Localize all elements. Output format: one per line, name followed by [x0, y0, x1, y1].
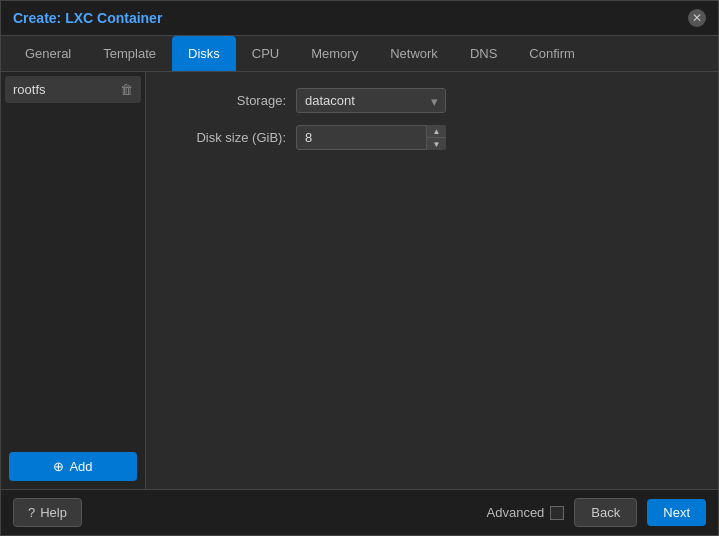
main-content: rootfs 🗑 ⊕ Add Storage: datacont local: [1, 72, 718, 489]
back-button[interactable]: Back: [574, 498, 637, 527]
left-panel-bottom: ⊕ Add: [5, 448, 141, 485]
disk-list-panel: rootfs 🗑 ⊕ Add: [1, 72, 146, 489]
close-button[interactable]: ✕: [688, 9, 706, 27]
spinner-down-button[interactable]: ▼: [427, 137, 446, 150]
close-icon: ✕: [692, 11, 702, 25]
storage-select-wrapper: datacont local local-lvm: [296, 88, 446, 113]
tab-network[interactable]: Network: [374, 36, 454, 71]
add-label: Add: [69, 459, 92, 474]
storage-label: Storage:: [166, 93, 286, 108]
disk-size-label: Disk size (GiB):: [166, 130, 286, 145]
footer: ? Help Advanced Back Next: [1, 489, 718, 535]
help-icon: ?: [28, 505, 35, 520]
advanced-label[interactable]: Advanced: [487, 505, 565, 520]
tab-memory[interactable]: Memory: [295, 36, 374, 71]
footer-left: ? Help: [13, 498, 82, 527]
tab-disks[interactable]: Disks: [172, 36, 236, 71]
tab-template[interactable]: Template: [87, 36, 172, 71]
disk-size-row: Disk size (GiB): ▲ ▼: [166, 125, 698, 150]
spinner-arrows: ▲ ▼: [426, 125, 446, 150]
tab-confirm[interactable]: Confirm: [513, 36, 591, 71]
disk-item-label: rootfs: [13, 82, 46, 97]
window-title: Create: LXC Container: [13, 10, 162, 26]
advanced-text: Advanced: [487, 505, 545, 520]
titlebar: Create: LXC Container ✕: [1, 1, 718, 36]
tab-general[interactable]: General: [9, 36, 87, 71]
spinner-up-button[interactable]: ▲: [427, 125, 446, 137]
advanced-checkbox[interactable]: [550, 506, 564, 520]
footer-right: Advanced Back Next: [487, 498, 706, 527]
disk-item-rootfs: rootfs 🗑: [5, 76, 141, 103]
tab-cpu[interactable]: CPU: [236, 36, 295, 71]
add-icon: ⊕: [53, 459, 64, 474]
help-button[interactable]: ? Help: [13, 498, 82, 527]
main-window: Create: LXC Container ✕ General Template…: [0, 0, 719, 536]
disk-size-spinner-wrapper: ▲ ▼: [296, 125, 446, 150]
disk-config-panel: Storage: datacont local local-lvm Disk s…: [146, 72, 718, 489]
tab-dns[interactable]: DNS: [454, 36, 513, 71]
tab-bar: General Template Disks CPU Memory Networ…: [1, 36, 718, 72]
disk-size-input[interactable]: [296, 125, 446, 150]
storage-row: Storage: datacont local local-lvm: [166, 88, 698, 113]
add-disk-button[interactable]: ⊕ Add: [9, 452, 137, 481]
delete-disk-button[interactable]: 🗑: [120, 82, 133, 97]
help-label: Help: [40, 505, 67, 520]
next-button[interactable]: Next: [647, 499, 706, 526]
storage-select[interactable]: datacont local local-lvm: [296, 88, 446, 113]
